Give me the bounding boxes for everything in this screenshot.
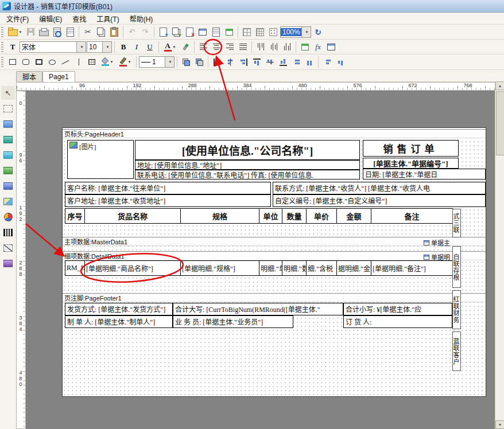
doc-number-field[interactable]: [单据主体."单据编号"] [363, 158, 459, 169]
detail-cell-unit[interactable]: 明细."单 [259, 260, 282, 276]
insert-field-button[interactable] [298, 41, 311, 53]
insert-page-button[interactable]: + [157, 26, 169, 38]
space-down-button[interactable] [303, 56, 316, 68]
contact-field[interactable]: 联系方式: [单据主体."收货人"] [单据主体."收货人电 [273, 182, 486, 194]
maker-field[interactable]: 制 单 人: [单据主体."制单人"] [65, 315, 173, 328]
detail-cell-qty[interactable]: 明细."数 [282, 260, 307, 276]
refresh-button[interactable]: ↻ [312, 26, 324, 38]
report-page[interactable]: 页标头:PageHeader1 [图片] [使用单位信息."公司名称"] 地址:… [62, 127, 486, 397]
save-button[interactable] [24, 26, 37, 38]
bring-front-button[interactable] [180, 56, 192, 68]
rectangle-tool-button[interactable] [6, 56, 19, 68]
detail-cell-amount[interactable]: 据明细."金额 [336, 260, 371, 276]
detail-cell-spec[interactable]: [单据明细."规格"] [180, 260, 259, 276]
column-header-qty[interactable]: 数量 [282, 208, 307, 224]
amount-value-field[interactable]: 合计小写: ¥[单据主体."应 [343, 303, 452, 315]
line-style-dropdown[interactable]: ▼ [165, 57, 174, 67]
toolbar-grip[interactable] [1, 42, 3, 52]
vline-tool-button[interactable] [72, 56, 85, 68]
vertical-scrollbar[interactable]: ▲ ▼ [495, 81, 504, 429]
font-family-dropdown[interactable]: ▼ [76, 42, 86, 52]
print-preview-button[interactable] [51, 26, 63, 38]
band-page-header[interactable]: 页标头:PageHeader1 [63, 129, 486, 138]
customer-name-field[interactable]: 客户名称: [单据主体."往来单位"] [65, 182, 271, 194]
column-header-unit[interactable]: 单位 [259, 208, 282, 224]
orderer-field[interactable]: 订 货 人: [343, 315, 452, 328]
bold-button[interactable]: B [117, 41, 130, 53]
shape-tool[interactable] [1, 241, 15, 255]
table-button[interactable] [325, 41, 338, 53]
detail-cell-product[interactable]: [单据明细."商品名称"] [84, 260, 181, 276]
copy-button[interactable] [95, 26, 107, 38]
scroll-up-button[interactable]: ▲ [495, 81, 504, 90]
copy-label-2[interactable]: 白联存根 [452, 246, 461, 288]
space-across-button[interactable] [290, 56, 303, 68]
new-button[interactable]: ▼ [6, 26, 24, 38]
ship-method-field[interactable]: 发货方式: [单据主体."发货方式"] [65, 303, 173, 315]
roundrect-tool-button[interactable] [20, 56, 32, 68]
italic-button[interactable]: I [130, 41, 143, 53]
column-header-product[interactable]: 货品名称 [84, 208, 181, 224]
send-back-button[interactable] [193, 56, 206, 68]
format-painter-button[interactable] [179, 41, 192, 53]
column-header-amount[interactable]: 金额 [336, 208, 371, 224]
custom-number-field[interactable]: 自定义编号: [单据主体."自定义编号"] [273, 194, 486, 207]
column-header-price[interactable]: 单价 [306, 208, 337, 224]
grid-dots-button[interactable] [267, 26, 280, 38]
line-style-select[interactable]: 1 ▼ [139, 56, 175, 68]
tab-script[interactable]: 脚本 [16, 71, 42, 81]
column-header-seq[interactable]: 序号 [65, 208, 85, 224]
company-name-field[interactable]: [使用单位信息."公司名称"] [135, 140, 360, 160]
redo-button[interactable]: ↷ [139, 26, 152, 38]
font-size-dropdown[interactable]: ▼ [102, 42, 111, 52]
copy-label-1[interactable]: 式三联 [452, 209, 461, 237]
detail-cell-remark[interactable]: [单据明细."备注"] [371, 260, 453, 276]
align-rights-button[interactable] [237, 56, 250, 68]
expression-button[interactable]: fx [312, 41, 324, 53]
select-tool[interactable]: ↖ [1, 86, 15, 100]
cut-button[interactable]: ✂ [82, 26, 94, 38]
date-field[interactable]: 日期: [单据主体."单据日 [363, 169, 486, 180]
detail-cell-seq[interactable]: RM_Li [65, 260, 85, 276]
align-center-button[interactable] [210, 41, 223, 53]
align-justify-button[interactable] [237, 41, 249, 53]
grid-shape-tool-button[interactable] [86, 56, 98, 68]
dbfield-tool[interactable] [1, 163, 15, 177]
show-grid-button[interactable] [241, 26, 253, 38]
scroll-down-button[interactable]: ▼ [495, 420, 504, 429]
menu-edit[interactable]: 编辑(E) [34, 13, 67, 25]
export-button[interactable] [64, 26, 76, 38]
detail-cell-price[interactable]: 细."含税 [306, 260, 337, 276]
align-right-button[interactable] [223, 41, 236, 53]
snap-grid-button[interactable] [254, 26, 266, 38]
tab-page1[interactable]: Page1 [42, 71, 75, 82]
menu-help[interactable]: 帮助(H) [125, 13, 158, 25]
master-datasource-link[interactable]: 单据主 [424, 238, 450, 247]
same-height-button[interactable] [334, 56, 347, 68]
zoom-dropdown[interactable]: ▼ [301, 27, 311, 37]
font-family-select[interactable]: 宋体 ▼ [20, 41, 86, 53]
delete-page-button[interactable]: × [183, 26, 196, 38]
zoom-select[interactable]: 100% ▼ [280, 26, 311, 38]
amount-words-field[interactable]: 合计大写: [CurrToBigNum(RMRound([单据主体." [173, 303, 343, 315]
richtext-tool[interactable] [1, 148, 15, 162]
menu-file[interactable]: 文件(F) [1, 13, 34, 25]
band-page-footer[interactable]: 页注脚:PageFooter1 [63, 293, 486, 302]
label-tool[interactable] [1, 117, 15, 131]
script-button[interactable] [223, 26, 235, 38]
copy-label-3[interactable]: 红联财务 [452, 290, 461, 329]
menu-find[interactable]: 查找 [67, 13, 91, 25]
align-middles-button[interactable] [263, 56, 276, 68]
scrollbar-thumb[interactable] [496, 91, 504, 155]
copy-label-4[interactable]: 蓝联客户 [452, 332, 461, 371]
undo-button[interactable]: ↶ [126, 26, 138, 38]
font-color-button[interactable]: A ▼ [161, 41, 179, 53]
salesman-field[interactable]: 业 务 员: [单据主体."业务员"] [173, 315, 293, 328]
thickrect-tool-button[interactable] [33, 56, 45, 68]
paste-button[interactable] [108, 26, 121, 38]
dbmemo-tool[interactable] [1, 179, 15, 193]
fill-color-button[interactable]: ▼ [99, 56, 116, 68]
address-field[interactable]: 地址: [使用单位信息."地址"] [135, 160, 360, 170]
insert-band-button[interactable] [196, 26, 209, 38]
column-header-spec[interactable]: 规格 [180, 208, 259, 224]
